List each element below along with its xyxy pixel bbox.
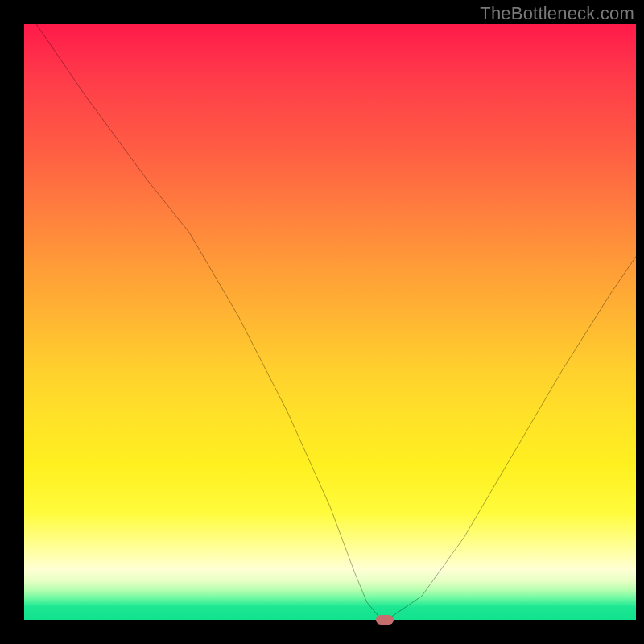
optimal-marker [376, 615, 394, 625]
watermark-text: TheBottleneck.com [480, 3, 634, 24]
plot-area [24, 24, 636, 620]
chart-frame: TheBottleneck.com [0, 0, 644, 644]
bottleneck-curve [24, 24, 636, 620]
curve-path [36, 24, 636, 617]
